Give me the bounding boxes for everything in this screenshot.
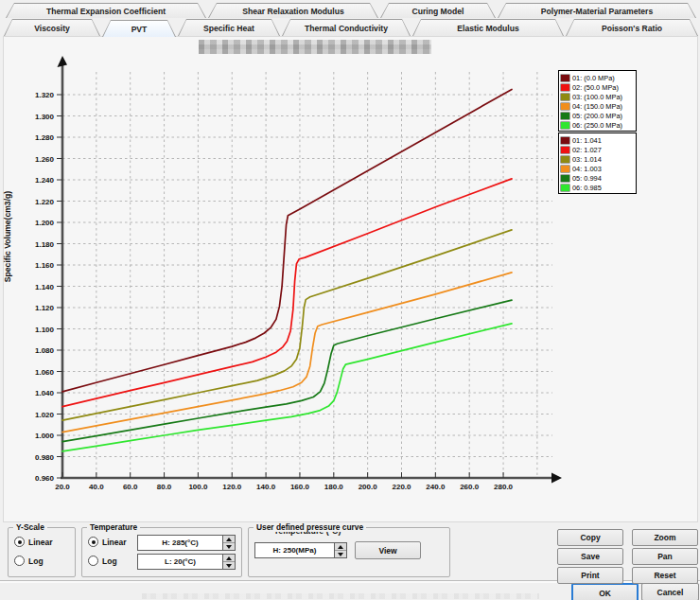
legend-entry: 02: 1.027 xyxy=(561,145,636,154)
tick-labels: 0.9600.9801.0001.0201.0401.0601.0801.100… xyxy=(35,91,514,491)
legend-entry: 05: (200.0 MPa) xyxy=(561,111,636,120)
radio-y-scale-linear[interactable]: Linear xyxy=(14,537,53,547)
radio-temperature-linear[interactable]: Linear xyxy=(88,537,127,547)
radio-y-scale-log[interactable]: Log xyxy=(14,556,44,566)
groupbox-y-scale-title: Y-Scale xyxy=(13,522,47,532)
pvt-material-dialog: { "tabs": { "row1": ["Thermal Expansion … xyxy=(0,0,700,600)
radio-label: Log xyxy=(102,556,117,566)
radio-label: Linear xyxy=(28,538,53,547)
tab-face: Polymer-Material Parameters xyxy=(499,4,695,18)
pressure-high-spinner-value: H: 250(MPa) xyxy=(255,543,334,557)
tab-thermal-conductivity[interactable]: Thermal Conductivity xyxy=(282,19,411,36)
tab-specific-heat[interactable]: Specific Heat xyxy=(178,19,280,36)
svg-text:1.220: 1.220 xyxy=(35,198,55,206)
pan-button[interactable]: Pan xyxy=(632,548,698,565)
temp-high-spinner-spin-buttons xyxy=(222,536,235,550)
legend-entry: 01: (0.0 MPa) xyxy=(561,73,636,82)
tab-label: Poisson's Ratio xyxy=(602,24,662,33)
temp-low-spinner-spin-buttons xyxy=(222,555,235,569)
svg-text:1.320: 1.320 xyxy=(35,91,55,99)
tab-label: Thermal Conductivity xyxy=(305,24,388,33)
legend-entry: 04: 1.003 xyxy=(561,164,636,173)
svg-text:1.040: 1.040 xyxy=(35,389,55,397)
svg-text:1.120: 1.120 xyxy=(35,304,55,312)
tab-viscosity[interactable]: Viscosity xyxy=(4,19,100,36)
spin-down-icon[interactable] xyxy=(335,551,346,557)
redacted-chart-title xyxy=(199,40,431,54)
tab-polymer-material-parameters[interactable]: Polymer-Material Parameters xyxy=(498,3,696,18)
radio-circle-icon xyxy=(88,556,98,566)
legend-entry: 03: 1.014 xyxy=(561,154,636,164)
spin-up-icon[interactable] xyxy=(223,536,235,543)
tab-poisson-s-ratio[interactable]: Poisson's Ratio xyxy=(566,19,698,36)
radio-temperature-log[interactable]: Log xyxy=(88,556,117,566)
tab-face: Curing Model xyxy=(381,4,495,18)
spin-down-icon[interactable] xyxy=(223,562,235,569)
legend-swatch-icon xyxy=(561,84,569,91)
view-button[interactable]: View xyxy=(355,541,421,559)
save-button[interactable]: Save xyxy=(557,548,623,565)
temp-high-spinner[interactable]: H: 285(°C) xyxy=(137,535,236,551)
svg-text:60.0: 60.0 xyxy=(123,483,138,491)
radio-circle-icon xyxy=(88,537,98,547)
ok-button[interactable]: OK xyxy=(571,583,639,600)
tab-shear-relaxation-modulus[interactable]: Shear Relaxation Modulus xyxy=(208,3,378,18)
legend-entry: 06: 0.985 xyxy=(561,183,636,192)
spin-up-icon[interactable] xyxy=(223,555,235,562)
svg-text:1.260: 1.260 xyxy=(35,155,55,164)
spin-down-icon[interactable] xyxy=(223,543,235,550)
legend-label: 06: 0.985 xyxy=(572,184,602,192)
tab-elastic-modulus[interactable]: Elastic Modulus xyxy=(412,19,564,36)
svg-text:120.0: 120.0 xyxy=(222,483,242,491)
zoom-button[interactable]: Zoom xyxy=(632,529,698,546)
legend-label: 01: (0.0 MPa) xyxy=(572,74,615,82)
svg-text:0.980: 0.980 xyxy=(35,453,55,462)
legend-label: 02: 1.027 xyxy=(572,146,602,154)
cancel-button[interactable]: Cancel xyxy=(641,583,699,600)
svg-text:1.300: 1.300 xyxy=(35,113,55,121)
svg-text:260.0: 260.0 xyxy=(460,483,480,491)
legend-label: 03: (100.0 MPa) xyxy=(572,93,622,101)
svg-text:20.0: 20.0 xyxy=(55,483,70,491)
legend-entry: 04: (150.0 MPa) xyxy=(561,101,636,111)
tab-thermal-expansion-coefficient[interactable]: Thermal Expansion Coefficient xyxy=(6,3,206,18)
legend-label: 01: 1.041 xyxy=(572,136,602,145)
svg-text:240.0: 240.0 xyxy=(426,483,446,491)
series-line-01 xyxy=(62,89,512,392)
legend-label: 03: 1.014 xyxy=(572,155,602,164)
spin-up-icon[interactable] xyxy=(335,543,346,551)
svg-text:220.0: 220.0 xyxy=(392,483,411,491)
tab-face: Shear Relaxation Modulus xyxy=(209,4,377,18)
legend-label: 05: 0.994 xyxy=(572,174,602,183)
tab-strip-row1: Thermal Expansion CoefficientShear Relax… xyxy=(6,2,696,18)
print-button[interactable]: Print xyxy=(557,567,623,584)
tab-label: PVT xyxy=(131,25,148,34)
legend-swatch-icon xyxy=(561,113,569,119)
legend-label: 02: (50.0 MPa) xyxy=(572,83,619,92)
tab-label: Thermal Expansion Coefficient xyxy=(46,7,166,16)
legend-swatch-icon xyxy=(561,94,569,100)
copy-button[interactable]: Copy xyxy=(557,529,623,546)
tab-label: Polymer-Material Parameters xyxy=(541,7,653,16)
svg-text:1.100: 1.100 xyxy=(35,326,55,334)
legend-values-at-20c: 01: 1.04102: 1.02703: 1.01404: 1.00305: … xyxy=(558,132,637,194)
series-lines xyxy=(62,89,512,451)
gridlines xyxy=(62,72,552,478)
legend-swatch-icon xyxy=(561,175,569,182)
legend-pressures: 01: (0.0 MPa)02: (50.0 MPa)03: (100.0 MP… xyxy=(558,70,637,132)
reset-button[interactable]: Reset xyxy=(632,567,698,584)
legend-label: 05: (200.0 MPa) xyxy=(572,112,622,120)
legend-swatch-icon xyxy=(561,156,569,163)
tab-curing-model[interactable]: Curing Model xyxy=(380,3,496,18)
tab-label: Curing Model xyxy=(412,7,464,16)
radio-label: Log xyxy=(28,556,44,566)
temp-low-spinner[interactable]: L: 20(°C) xyxy=(137,554,236,570)
tab-face: Viscosity xyxy=(5,20,99,36)
svg-text:1.000: 1.000 xyxy=(35,432,55,440)
legend-swatch-icon xyxy=(561,137,569,144)
pressure-high-spinner[interactable]: H: 250(MPa) xyxy=(254,542,347,558)
tab-pvt[interactable]: PVT xyxy=(102,20,176,37)
redacted-watermark xyxy=(142,593,539,599)
svg-text:1.140: 1.140 xyxy=(35,283,55,291)
series-line-05 xyxy=(62,300,512,442)
